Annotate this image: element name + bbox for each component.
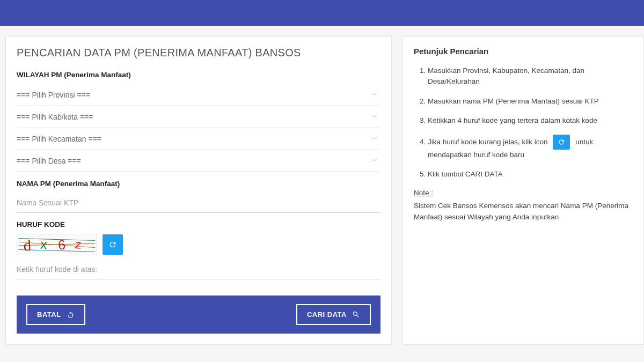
captcha-input[interactable]: [17, 260, 380, 279]
captcha-image: d x 6 z: [17, 234, 97, 255]
wilayah-label: WILAYAH PM (Penerima Manfaat): [17, 71, 380, 79]
nama-label: NAMA PM (Penerima Manfaat): [17, 180, 380, 188]
batal-button[interactable]: BATAL: [26, 304, 85, 325]
batal-label: BATAL: [37, 311, 61, 319]
chevron-down-icon: ﹀: [372, 157, 377, 165]
refresh-icon: [108, 240, 117, 249]
search-icon: [352, 311, 360, 319]
svg-text:6: 6: [57, 238, 66, 253]
select-provinsi-value: === Pilih Provinsi ===: [17, 91, 90, 99]
instruction-item: Masukkan nama PM (Penerima Manfaat) sesu…: [428, 96, 633, 107]
select-desa-value: === Pilih Desa ===: [17, 157, 81, 165]
inline-refresh-icon: [553, 135, 570, 150]
instruction-item: Ketikkan 4 huruf kode yang tertera dalam…: [428, 115, 633, 126]
top-nav-bar: [0, 0, 644, 26]
select-desa[interactable]: === Pilih Desa === ﹀: [17, 150, 380, 172]
note-text: Sistem Cek Bansos Kemensos akan mencari …: [414, 200, 633, 223]
svg-text:z: z: [75, 237, 82, 252]
select-provinsi[interactable]: === Pilih Provinsi === ﹀: [17, 84, 380, 106]
select-kabkota-value: === Pilih Kab/kota ===: [17, 113, 93, 121]
instructions-panel: Petunjuk Pencarian Masukkan Provinsi, Ka…: [402, 36, 644, 345]
page-title: PENCARIAN DATA PM (PENERIMA MANFAAT) BAN…: [17, 47, 380, 59]
cari-label: CARI DATA: [307, 311, 347, 319]
kode-label: HURUF KODE: [17, 220, 380, 228]
cari-data-button[interactable]: CARI DATA: [296, 304, 371, 325]
chevron-down-icon: ﹀: [372, 91, 377, 99]
instruction-item: Masukkan Provinsi, Kabupaten, Kecamatan,…: [428, 65, 633, 87]
select-kabkota[interactable]: === Pilih Kab/kota === ﹀: [17, 106, 380, 128]
select-kecamatan[interactable]: === Pilih Kecamatan === ﹀: [17, 128, 380, 150]
svg-text:x: x: [40, 237, 48, 252]
chevron-down-icon: ﹀: [372, 135, 377, 143]
instruction-item: Jika huruf kode kurang jelas, klik icon …: [428, 135, 633, 160]
note-label: Note :: [414, 189, 633, 197]
instructions-title: Petunjuk Pencarian: [414, 47, 633, 56]
nama-input[interactable]: [17, 193, 380, 213]
svg-text:d: d: [23, 237, 32, 254]
instruction-list: Masukkan Provinsi, Kabupaten, Kecamatan,…: [414, 65, 633, 180]
search-panel: PENCARIAN DATA PM (PENERIMA MANFAAT) BAN…: [5, 36, 392, 345]
select-kecamatan-value: === Pilih Kecamatan ===: [17, 135, 101, 143]
reset-icon: [67, 311, 75, 319]
action-bar: BATAL CARI DATA: [17, 295, 380, 334]
instruction-item: Klik tombol CARI DATA: [428, 169, 633, 180]
chevron-down-icon: ﹀: [372, 113, 377, 121]
captcha-refresh-button[interactable]: [103, 234, 123, 255]
